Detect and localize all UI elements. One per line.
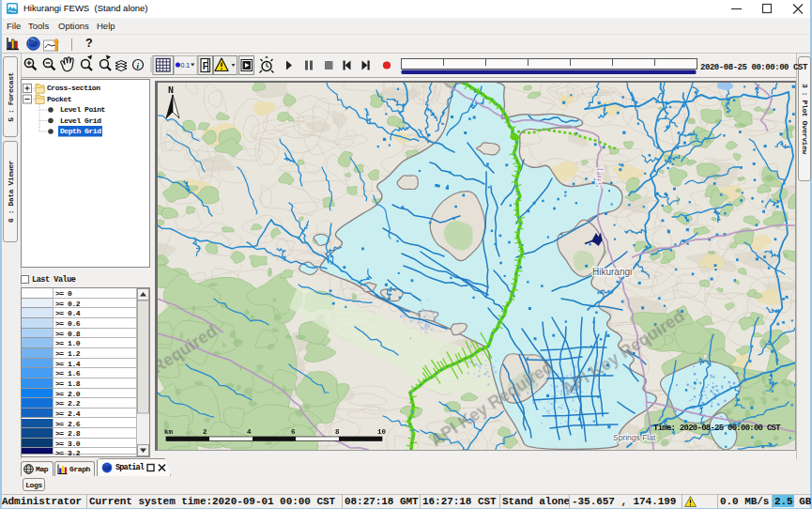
svg-text:6: 6 [291, 428, 296, 436]
svg-text:km: km [164, 428, 174, 436]
svg-text:Hikurangi: Hikurangi [592, 267, 632, 277]
svg-text:2: 2 [203, 428, 207, 436]
svg-text:i: i [137, 61, 140, 70]
svg-text:0.1: 0.1 [181, 62, 191, 69]
svg-text:SH 1: SH 1 [593, 165, 605, 188]
svg-text:4: 4 [247, 428, 252, 436]
svg-text:F: F [203, 61, 208, 71]
svg-text:Time: 2020-08-25 00:00:00 CST: Time: 2020-08-25 00:00:00 CST [653, 424, 781, 433]
svg-text:N: N [168, 85, 174, 96]
svg-text:8: 8 [335, 428, 340, 436]
svg-text:10: 10 [377, 428, 387, 436]
svg-text:Springs Flat: Springs Flat [613, 433, 656, 442]
